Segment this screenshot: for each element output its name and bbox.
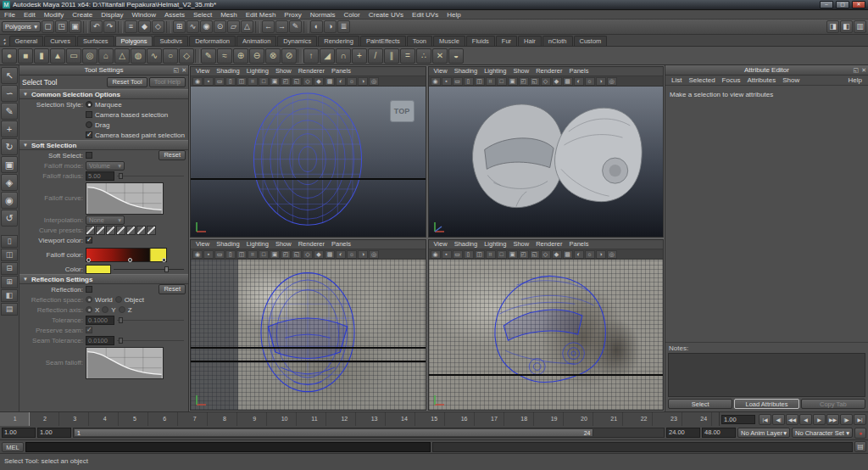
snap-to-grid-icon[interactable]: ⊞ <box>173 20 186 33</box>
animation-end-field[interactable]: 48.00 <box>702 428 736 438</box>
camera-based-selection-checkbox[interactable] <box>86 111 92 118</box>
wireframe-icon[interactable]: ◇ <box>541 77 551 86</box>
menu-set-dropdown[interactable]: Polygons ▾ <box>2 21 41 32</box>
menu-item[interactable]: Modify <box>40 10 69 19</box>
image-plane-icon[interactable]: ◫ <box>475 250 485 259</box>
poly-prism-icon[interactable]: ⌂ <box>98 48 114 64</box>
attribute-editor-menu-item[interactable]: Show <box>779 76 803 85</box>
layout-single-pane-icon[interactable]: ▯ <box>1 235 18 248</box>
curve-preset-icon[interactable] <box>126 226 136 235</box>
select-by-hierarchy-icon[interactable]: ≡ <box>125 20 137 33</box>
safe-title-icon[interactable]: ◱ <box>292 250 302 259</box>
bridge-icon[interactable]: ∩ <box>336 48 351 64</box>
step-back-key-icon[interactable]: ◀| <box>772 414 785 425</box>
render-frame-icon[interactable]: ◐ <box>310 20 323 33</box>
seam-tolerance-slider[interactable] <box>117 337 186 344</box>
shelf-tab[interactable]: Custom <box>574 36 608 46</box>
timeline-frame-label[interactable]: 13 <box>359 412 389 426</box>
curve-preset-icon[interactable] <box>106 226 115 235</box>
viewport-menu-item[interactable]: Lighting <box>243 240 272 249</box>
falloff-radius-slider[interactable] <box>117 172 186 180</box>
timeline-frame-label[interactable]: 9 <box>240 412 270 426</box>
safe-action-icon[interactable]: ◰ <box>519 77 529 86</box>
axis-z-radio[interactable] <box>119 306 125 313</box>
viewport-menu-item[interactable]: Shading <box>451 240 481 249</box>
viewport-color-checkbox[interactable] <box>86 237 92 243</box>
range-slider-bar[interactable]: 1 24 <box>75 429 593 436</box>
detach-panel-icon[interactable]: ◱ <box>854 65 860 76</box>
viewport-menu-item[interactable]: Show <box>272 240 295 249</box>
select-camera-icon[interactable]: ◉ <box>431 77 441 86</box>
copy-tab-button[interactable]: Copy Tab <box>801 399 865 409</box>
layout-three-pane-icon[interactable]: ◧ <box>1 289 18 302</box>
input-connections-icon[interactable]: ← <box>262 20 275 33</box>
show-attribute-editor-icon[interactable]: ◨ <box>826 20 839 33</box>
viewport-menu-item[interactable]: Panels <box>565 67 592 76</box>
wireframe-icon[interactable]: ◇ <box>541 250 551 259</box>
snap-to-point-icon[interactable]: ◉ <box>200 20 213 33</box>
menu-item[interactable]: Edit <box>19 10 40 19</box>
timeline-frame-label[interactable]: 22 <box>629 412 659 426</box>
shadows-icon[interactable]: ◑ <box>358 77 368 86</box>
range-slider-track[interactable]: 1 24 <box>73 428 665 438</box>
poly-cube-icon[interactable]: ■ <box>18 48 33 64</box>
safe-title-icon[interactable]: ◱ <box>530 250 540 259</box>
falloff-radius-field[interactable]: 5.00 <box>86 171 114 181</box>
detach-panel-icon[interactable]: ◱ <box>174 65 180 76</box>
step-forward-frame-icon[interactable]: ▶▶ <box>826 414 839 425</box>
animation-start-field[interactable]: 1.00 <box>2 428 36 438</box>
lock-camera-icon[interactable]: ▪ <box>442 250 452 259</box>
offset-edge-loop-icon[interactable]: = <box>400 48 415 64</box>
camera-attributes-icon[interactable]: ▭ <box>214 250 225 259</box>
poly-soccer-ball-icon[interactable]: ○ <box>163 48 178 64</box>
falloff-mode-dropdown[interactable]: Volume ▾ <box>86 161 125 171</box>
viewport-menu-item[interactable]: Shading <box>213 240 243 249</box>
tolerance-slider[interactable] <box>117 316 186 324</box>
save-scene-icon[interactable]: ▣ <box>69 20 81 33</box>
viewport-menu-item[interactable]: Shading <box>213 67 243 76</box>
ramp-handle[interactable] <box>128 258 132 262</box>
use-default-material-icon[interactable]: ◐ <box>574 250 584 259</box>
marquee-radio[interactable] <box>86 101 92 108</box>
timeline-frame-label[interactable]: 12 <box>330 412 359 426</box>
smooth-shade-icon[interactable]: ◆ <box>552 77 562 86</box>
menu-item[interactable]: Proxy <box>280 10 305 19</box>
attribute-editor-menu-item[interactable]: Focus <box>719 76 744 85</box>
resolution-gate-icon[interactable]: □ <box>259 250 269 259</box>
lights-icon[interactable]: ☼ <box>585 77 595 86</box>
viewport-menu-item[interactable]: Panels <box>565 240 592 249</box>
bookmarks-icon[interactable]: ▯ <box>225 250 236 259</box>
select-by-object-icon[interactable]: ◆ <box>138 20 151 33</box>
mel-toggle-button[interactable]: MEL <box>2 442 24 452</box>
ramp-handle[interactable] <box>86 258 91 262</box>
rotate-tool-icon[interactable]: ↻ <box>1 138 18 155</box>
shadows-icon[interactable]: ◑ <box>596 77 606 86</box>
section-soft-selection[interactable]: ▼ Soft Selection <box>19 140 188 150</box>
viewport-menu-item[interactable]: Show <box>509 67 532 76</box>
timeline-frame-label[interactable]: 16 <box>449 412 479 426</box>
layout-four-pane-icon[interactable]: ⊞ <box>1 276 18 288</box>
viewport-menu-item[interactable]: Panels <box>328 240 354 249</box>
film-gate-icon[interactable]: ⌗ <box>486 250 496 259</box>
timeline-frame-label[interactable]: 14 <box>389 412 419 426</box>
smooth-shade-icon[interactable]: ◆ <box>314 250 324 259</box>
soft-select-checkbox[interactable] <box>86 152 92 159</box>
axis-y-radio[interactable] <box>102 306 108 313</box>
falloff-curve-widget[interactable] <box>86 182 164 215</box>
snap-to-view-plane-icon[interactable]: ▱ <box>227 20 240 33</box>
shelf-tab[interactable]: Deformation <box>189 36 236 46</box>
attribute-editor-menu-item[interactable]: List <box>668 76 685 85</box>
snap-to-curve-icon[interactable]: ∿ <box>186 20 199 33</box>
world-radio[interactable] <box>86 296 92 303</box>
bookmarks-icon[interactable]: ▯ <box>225 77 236 86</box>
construction-history-icon[interactable]: ✎ <box>289 20 302 33</box>
wireframe-icon[interactable]: ◇ <box>303 77 313 86</box>
attribute-editor-help-menu[interactable]: Help <box>845 76 865 85</box>
reset-tool-button[interactable]: Reset Tool <box>107 77 147 87</box>
textured-icon[interactable]: ▩ <box>325 250 335 259</box>
shelf-tab[interactable]: Muscle <box>433 36 465 46</box>
viewport-front-canvas[interactable] <box>191 260 426 410</box>
resolution-gate-icon[interactable]: □ <box>497 250 507 259</box>
viewport-menu-item[interactable]: Shading <box>451 67 481 76</box>
timeline-frame-label[interactable]: 20 <box>569 412 598 426</box>
